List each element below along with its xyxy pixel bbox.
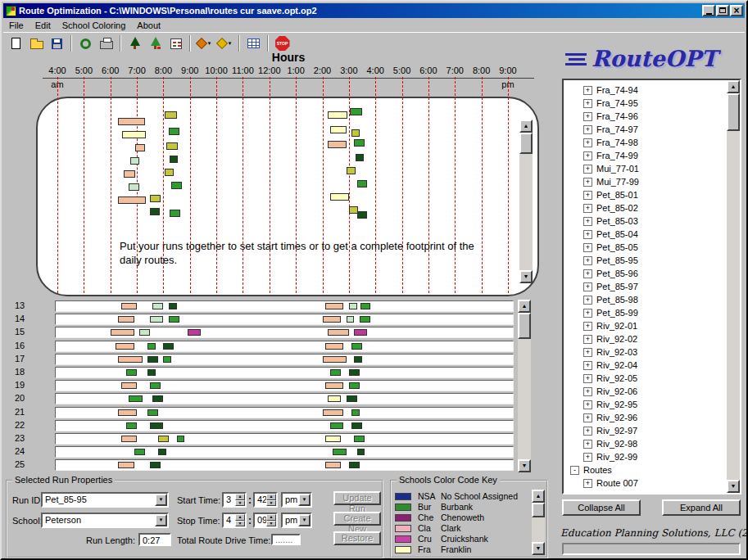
run-segment[interactable] bbox=[325, 462, 341, 468]
expand-icon[interactable]: + bbox=[583, 322, 592, 331]
run-row-track[interactable] bbox=[55, 314, 514, 325]
tree-item-routes[interactable]: -Routes bbox=[564, 463, 740, 476]
chevron-down-icon[interactable]: ▼ bbox=[298, 514, 311, 526]
run-block[interactable] bbox=[170, 156, 178, 163]
scroll-up-icon[interactable]: ▲ bbox=[532, 490, 545, 503]
run-row-track[interactable] bbox=[55, 420, 514, 431]
expand-icon[interactable]: + bbox=[583, 427, 592, 436]
run-segment[interactable] bbox=[351, 343, 362, 350]
run-segment[interactable] bbox=[118, 462, 134, 468]
expand-icon[interactable]: + bbox=[583, 191, 592, 200]
run-row-track[interactable] bbox=[55, 300, 514, 312]
tree-item-pet_85-95[interactable]: +Pet_85-95 bbox=[564, 253, 740, 266]
expand-icon[interactable]: + bbox=[583, 348, 592, 357]
tree-item-fra_74-97[interactable]: +Fra_74-97 bbox=[564, 122, 740, 135]
scrollbar-thumb[interactable] bbox=[727, 93, 740, 131]
tree-item-riv_92-01[interactable]: +Riv_92-01 bbox=[564, 318, 740, 332]
toolbar-button-new[interactable] bbox=[6, 34, 26, 53]
run-segment[interactable] bbox=[328, 395, 341, 402]
run-block[interactable] bbox=[135, 144, 144, 151]
start-hour-spinner[interactable]: 3 ▲▼ bbox=[222, 492, 247, 508]
run-segment[interactable] bbox=[158, 449, 166, 455]
run-block[interactable] bbox=[350, 108, 362, 115]
run-segment[interactable] bbox=[351, 409, 360, 416]
run-block[interactable] bbox=[150, 208, 159, 215]
run-block[interactable] bbox=[328, 111, 347, 119]
run-segment[interactable] bbox=[357, 449, 365, 455]
expand-icon[interactable]: + bbox=[583, 86, 592, 95]
footprint-scrollbar[interactable]: ▲▼ bbox=[519, 120, 533, 283]
spin-up-icon[interactable]: ▲ bbox=[235, 514, 245, 521]
scroll-down-icon[interactable]: ▼ bbox=[532, 542, 545, 555]
run-row-track[interactable] bbox=[55, 367, 514, 378]
run-row-track[interactable] bbox=[55, 393, 514, 404]
run-segment[interactable] bbox=[126, 369, 137, 376]
run-block[interactable] bbox=[130, 157, 139, 165]
chevron-down-icon[interactable]: ▼ bbox=[155, 494, 167, 506]
tree-item-fra_74-94[interactable]: +Fra_74-94 bbox=[564, 83, 740, 96]
stop-minute-spinner[interactable]: 09 ▲▼ bbox=[253, 513, 278, 528]
run-segment[interactable] bbox=[325, 436, 341, 442]
spin-down-icon[interactable]: ▼ bbox=[266, 521, 276, 527]
chevron-down-icon[interactable]: ▼ bbox=[298, 494, 311, 506]
run-segment[interactable] bbox=[330, 369, 341, 376]
run-block[interactable] bbox=[122, 131, 146, 138]
run-segment[interactable] bbox=[349, 369, 360, 376]
run-segment[interactable] bbox=[177, 436, 185, 442]
run-segment[interactable] bbox=[152, 395, 163, 402]
stop-hour-spinner[interactable]: 4 ▲▼ bbox=[222, 513, 247, 528]
tree-item-riv_92-98[interactable]: +Riv_92-98 bbox=[564, 436, 740, 449]
run-segment[interactable] bbox=[169, 303, 177, 309]
close-button[interactable]: × bbox=[730, 5, 743, 16]
run-segment[interactable] bbox=[325, 303, 344, 309]
run-block[interactable] bbox=[169, 128, 179, 135]
run-block[interactable] bbox=[166, 142, 179, 150]
run-segment[interactable] bbox=[330, 422, 343, 429]
expand-icon[interactable]: + bbox=[583, 256, 592, 265]
scroll-down-icon[interactable]: ▼ bbox=[518, 459, 531, 472]
chevron-down-icon[interactable]: ▼ bbox=[155, 514, 167, 526]
run-segment[interactable] bbox=[116, 343, 134, 350]
runs-grid-scrollbar[interactable]: ▲▼ bbox=[518, 300, 531, 472]
tree-item-riv_92-03[interactable]: +Riv_92-03 bbox=[564, 345, 740, 358]
tree-item-pet_85-99[interactable]: +Pet_85-99 bbox=[564, 305, 740, 318]
scroll-up-icon[interactable]: ▲ bbox=[518, 300, 531, 313]
scrollbar-thumb[interactable] bbox=[518, 313, 531, 339]
run-row-track[interactable] bbox=[55, 354, 514, 365]
run-id-combo[interactable]: Pet_85-95 ▼ bbox=[41, 492, 169, 508]
tree-item-fra_74-96[interactable]: +Fra_74-96 bbox=[564, 109, 740, 122]
maximize-button[interactable] bbox=[716, 5, 729, 16]
run-segment[interactable] bbox=[158, 436, 169, 442]
run-row-track[interactable] bbox=[55, 407, 514, 418]
run-block[interactable] bbox=[356, 154, 364, 161]
run-block[interactable] bbox=[150, 195, 161, 202]
tree-item-riv_92-99[interactable]: +Riv_92-99 bbox=[564, 449, 740, 463]
run-segment[interactable] bbox=[147, 409, 158, 416]
run-segment[interactable] bbox=[349, 382, 360, 389]
expand-icon[interactable]: + bbox=[583, 361, 592, 370]
run-row-track[interactable] bbox=[55, 459, 514, 471]
run-segment[interactable] bbox=[360, 303, 369, 309]
spin-down-icon[interactable]: ▼ bbox=[235, 521, 245, 527]
expand-icon[interactable]: + bbox=[583, 125, 592, 134]
tree-item-route-007[interactable]: +Route 007 bbox=[564, 476, 740, 489]
run-segment[interactable] bbox=[349, 303, 357, 309]
run-segment[interactable] bbox=[188, 329, 201, 336]
tree-item-mui_77-01[interactable]: +Mui_77-01 bbox=[564, 161, 740, 174]
minimize-button[interactable] bbox=[702, 5, 715, 16]
start-minute-spinner[interactable]: 42 ▲▼ bbox=[253, 492, 278, 508]
scroll-up-icon[interactable]: ▲ bbox=[519, 120, 533, 133]
expand-icon[interactable]: + bbox=[583, 387, 592, 396]
expand-icon[interactable]: + bbox=[583, 204, 592, 213]
tree-item-riv_92-02[interactable]: +Riv_92-02 bbox=[564, 332, 740, 345]
expand-icon[interactable]: + bbox=[583, 309, 592, 318]
run-segment[interactable] bbox=[351, 422, 362, 429]
scroll-up-icon[interactable]: ▲ bbox=[727, 80, 740, 93]
expand-icon[interactable]: + bbox=[583, 99, 592, 108]
expand-icon[interactable]: + bbox=[583, 112, 592, 121]
run-segment[interactable] bbox=[129, 395, 142, 402]
run-block[interactable] bbox=[328, 141, 347, 148]
menu-edit[interactable]: Edit bbox=[29, 19, 57, 32]
run-row-track[interactable] bbox=[55, 446, 514, 458]
tree-item-mui_77-99[interactable]: +Mui_77-99 bbox=[564, 174, 740, 187]
